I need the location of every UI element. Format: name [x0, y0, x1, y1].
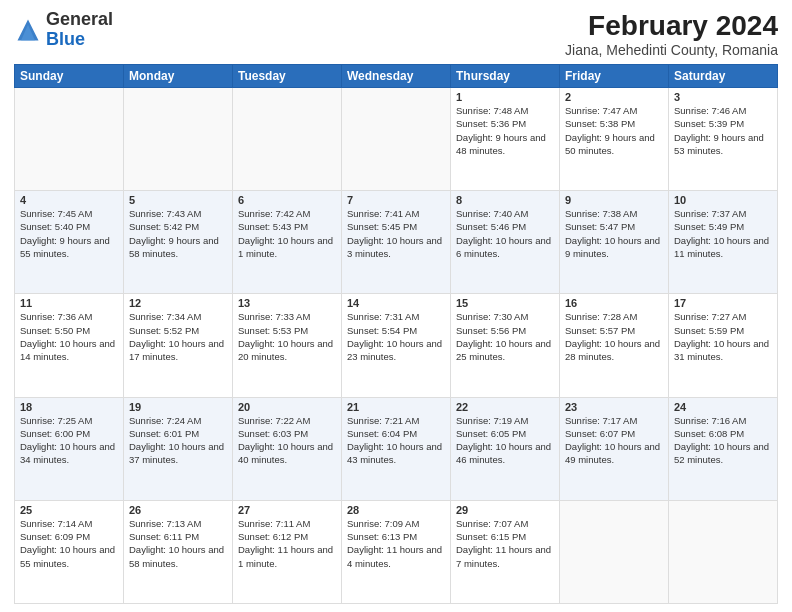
- calendar-table: Sunday Monday Tuesday Wednesday Thursday…: [14, 64, 778, 604]
- day-content: Sunrise: 7:25 AM Sunset: 6:00 PM Dayligh…: [20, 414, 118, 467]
- day-content: Sunrise: 7:09 AM Sunset: 6:13 PM Dayligh…: [347, 517, 445, 570]
- day-number: 11: [20, 297, 118, 309]
- day-content: Sunrise: 7:13 AM Sunset: 6:11 PM Dayligh…: [129, 517, 227, 570]
- day-content: Sunrise: 7:43 AM Sunset: 5:42 PM Dayligh…: [129, 207, 227, 260]
- header-thursday: Thursday: [451, 65, 560, 88]
- table-row: 28Sunrise: 7:09 AM Sunset: 6:13 PM Dayli…: [342, 500, 451, 603]
- day-content: Sunrise: 7:41 AM Sunset: 5:45 PM Dayligh…: [347, 207, 445, 260]
- day-number: 10: [674, 194, 772, 206]
- calendar-subtitle: Jiana, Mehedinti County, Romania: [565, 42, 778, 58]
- day-content: Sunrise: 7:24 AM Sunset: 6:01 PM Dayligh…: [129, 414, 227, 467]
- day-number: 22: [456, 401, 554, 413]
- table-row: 25Sunrise: 7:14 AM Sunset: 6:09 PM Dayli…: [15, 500, 124, 603]
- table-row: 16Sunrise: 7:28 AM Sunset: 5:57 PM Dayli…: [560, 294, 669, 397]
- day-number: 2: [565, 91, 663, 103]
- header-saturday: Saturday: [669, 65, 778, 88]
- day-number: 8: [456, 194, 554, 206]
- table-row: 23Sunrise: 7:17 AM Sunset: 6:07 PM Dayli…: [560, 397, 669, 500]
- day-content: Sunrise: 7:37 AM Sunset: 5:49 PM Dayligh…: [674, 207, 772, 260]
- day-number: 26: [129, 504, 227, 516]
- day-number: 23: [565, 401, 663, 413]
- table-row: 6Sunrise: 7:42 AM Sunset: 5:43 PM Daylig…: [233, 191, 342, 294]
- day-number: 17: [674, 297, 772, 309]
- calendar-week-row: 4Sunrise: 7:45 AM Sunset: 5:40 PM Daylig…: [15, 191, 778, 294]
- day-content: Sunrise: 7:40 AM Sunset: 5:46 PM Dayligh…: [456, 207, 554, 260]
- day-content: Sunrise: 7:34 AM Sunset: 5:52 PM Dayligh…: [129, 310, 227, 363]
- table-row: 2Sunrise: 7:47 AM Sunset: 5:38 PM Daylig…: [560, 88, 669, 191]
- table-row: 21Sunrise: 7:21 AM Sunset: 6:04 PM Dayli…: [342, 397, 451, 500]
- table-row: 3Sunrise: 7:46 AM Sunset: 5:39 PM Daylig…: [669, 88, 778, 191]
- day-number: 19: [129, 401, 227, 413]
- day-number: 3: [674, 91, 772, 103]
- table-row: [233, 88, 342, 191]
- day-number: 20: [238, 401, 336, 413]
- header: General Blue February 2024 Jiana, Mehedi…: [14, 10, 778, 58]
- day-number: 7: [347, 194, 445, 206]
- day-number: 9: [565, 194, 663, 206]
- day-content: Sunrise: 7:36 AM Sunset: 5:50 PM Dayligh…: [20, 310, 118, 363]
- day-number: 18: [20, 401, 118, 413]
- day-number: 16: [565, 297, 663, 309]
- table-row: [15, 88, 124, 191]
- table-row: 22Sunrise: 7:19 AM Sunset: 6:05 PM Dayli…: [451, 397, 560, 500]
- header-tuesday: Tuesday: [233, 65, 342, 88]
- header-friday: Friday: [560, 65, 669, 88]
- title-block: February 2024 Jiana, Mehedinti County, R…: [565, 10, 778, 58]
- day-content: Sunrise: 7:45 AM Sunset: 5:40 PM Dayligh…: [20, 207, 118, 260]
- table-row: 7Sunrise: 7:41 AM Sunset: 5:45 PM Daylig…: [342, 191, 451, 294]
- header-sunday: Sunday: [15, 65, 124, 88]
- calendar-header-row: Sunday Monday Tuesday Wednesday Thursday…: [15, 65, 778, 88]
- day-content: Sunrise: 7:42 AM Sunset: 5:43 PM Dayligh…: [238, 207, 336, 260]
- day-content: Sunrise: 7:14 AM Sunset: 6:09 PM Dayligh…: [20, 517, 118, 570]
- calendar-week-row: 18Sunrise: 7:25 AM Sunset: 6:00 PM Dayli…: [15, 397, 778, 500]
- table-row: 26Sunrise: 7:13 AM Sunset: 6:11 PM Dayli…: [124, 500, 233, 603]
- day-content: Sunrise: 7:33 AM Sunset: 5:53 PM Dayligh…: [238, 310, 336, 363]
- day-number: 24: [674, 401, 772, 413]
- day-number: 4: [20, 194, 118, 206]
- day-number: 21: [347, 401, 445, 413]
- day-content: Sunrise: 7:28 AM Sunset: 5:57 PM Dayligh…: [565, 310, 663, 363]
- table-row: 4Sunrise: 7:45 AM Sunset: 5:40 PM Daylig…: [15, 191, 124, 294]
- day-number: 12: [129, 297, 227, 309]
- table-row: 13Sunrise: 7:33 AM Sunset: 5:53 PM Dayli…: [233, 294, 342, 397]
- day-content: Sunrise: 7:38 AM Sunset: 5:47 PM Dayligh…: [565, 207, 663, 260]
- logo-text: General Blue: [46, 10, 113, 50]
- logo-icon: [14, 16, 42, 44]
- table-row: [342, 88, 451, 191]
- day-content: Sunrise: 7:21 AM Sunset: 6:04 PM Dayligh…: [347, 414, 445, 467]
- table-row: 9Sunrise: 7:38 AM Sunset: 5:47 PM Daylig…: [560, 191, 669, 294]
- table-row: 5Sunrise: 7:43 AM Sunset: 5:42 PM Daylig…: [124, 191, 233, 294]
- table-row: 18Sunrise: 7:25 AM Sunset: 6:00 PM Dayli…: [15, 397, 124, 500]
- table-row: 27Sunrise: 7:11 AM Sunset: 6:12 PM Dayli…: [233, 500, 342, 603]
- day-number: 29: [456, 504, 554, 516]
- day-content: Sunrise: 7:47 AM Sunset: 5:38 PM Dayligh…: [565, 104, 663, 157]
- table-row: 17Sunrise: 7:27 AM Sunset: 5:59 PM Dayli…: [669, 294, 778, 397]
- calendar-week-row: 11Sunrise: 7:36 AM Sunset: 5:50 PM Dayli…: [15, 294, 778, 397]
- day-content: Sunrise: 7:31 AM Sunset: 5:54 PM Dayligh…: [347, 310, 445, 363]
- table-row: 1Sunrise: 7:48 AM Sunset: 5:36 PM Daylig…: [451, 88, 560, 191]
- day-content: Sunrise: 7:27 AM Sunset: 5:59 PM Dayligh…: [674, 310, 772, 363]
- table-row: [560, 500, 669, 603]
- table-row: 10Sunrise: 7:37 AM Sunset: 5:49 PM Dayli…: [669, 191, 778, 294]
- table-row: 15Sunrise: 7:30 AM Sunset: 5:56 PM Dayli…: [451, 294, 560, 397]
- table-row: [669, 500, 778, 603]
- calendar-week-row: 1Sunrise: 7:48 AM Sunset: 5:36 PM Daylig…: [15, 88, 778, 191]
- day-content: Sunrise: 7:17 AM Sunset: 6:07 PM Dayligh…: [565, 414, 663, 467]
- day-content: Sunrise: 7:11 AM Sunset: 6:12 PM Dayligh…: [238, 517, 336, 570]
- table-row: 19Sunrise: 7:24 AM Sunset: 6:01 PM Dayli…: [124, 397, 233, 500]
- day-number: 14: [347, 297, 445, 309]
- day-content: Sunrise: 7:07 AM Sunset: 6:15 PM Dayligh…: [456, 517, 554, 570]
- day-number: 27: [238, 504, 336, 516]
- calendar-title: February 2024: [565, 10, 778, 42]
- day-number: 28: [347, 504, 445, 516]
- logo: General Blue: [14, 10, 113, 50]
- day-content: Sunrise: 7:48 AM Sunset: 5:36 PM Dayligh…: [456, 104, 554, 157]
- header-wednesday: Wednesday: [342, 65, 451, 88]
- table-row: 24Sunrise: 7:16 AM Sunset: 6:08 PM Dayli…: [669, 397, 778, 500]
- logo-general: General: [46, 9, 113, 29]
- table-row: 14Sunrise: 7:31 AM Sunset: 5:54 PM Dayli…: [342, 294, 451, 397]
- day-number: 5: [129, 194, 227, 206]
- day-content: Sunrise: 7:46 AM Sunset: 5:39 PM Dayligh…: [674, 104, 772, 157]
- day-number: 15: [456, 297, 554, 309]
- day-number: 1: [456, 91, 554, 103]
